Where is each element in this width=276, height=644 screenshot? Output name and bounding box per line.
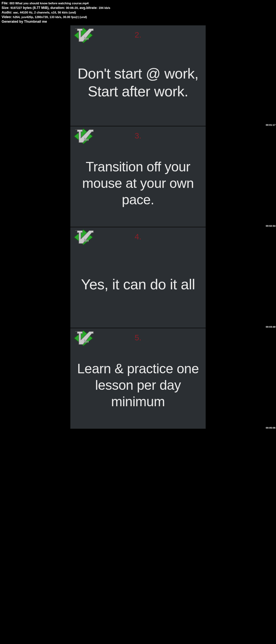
slide-tip-text: Learn & practice one lesson per day mini… — [70, 342, 206, 428]
vim-logo-icon: im — [73, 27, 95, 44]
media-info-block: File: 003 What you should know before wa… — [0, 0, 276, 25]
bitrate-value: 194 kb/s — [99, 6, 110, 9]
frame-timestamp: 00:05:06 — [266, 426, 275, 429]
thumbnail-frame: im 5.Learn & practice one lesson per day… — [70, 328, 206, 429]
thumbnail-row: im 5.Learn & practice one lesson per day… — [0, 328, 276, 429]
slide-tip-text: Yes, it can do it all — [76, 241, 200, 327]
audio-value: aac, 44100 Hz, 2 channels, s16, 56 kb/s … — [13, 11, 76, 14]
info-line-audio: Audio: aac, 44100 Hz, 2 channels, s16, 5… — [2, 10, 274, 15]
video-label: Video: — [2, 15, 13, 19]
thumbnail-row: im 2.Don't start @ work, Start after wor… — [0, 25, 276, 126]
duration-value: 00:06:20, — [66, 6, 80, 9]
svg-text:im: im — [84, 137, 89, 142]
frame-timestamp: 00:03:49 — [266, 326, 275, 328]
slide-number: 3. — [134, 131, 141, 140]
size-bytes: 9197227 — [11, 6, 22, 9]
file-label: File: — [2, 1, 9, 5]
generated-by: Generated by Thumbnail me — [2, 20, 47, 23]
vim-logo-icon: im — [73, 128, 95, 145]
svg-text:im: im — [84, 238, 89, 243]
info-line-generated: Generated by Thumbnail me — [2, 19, 274, 24]
video-value: h264, yuv420p, 1280x720, 133 kb/s, 30.00… — [13, 15, 87, 19]
thumbnail-row: im 4.Yes, it can do it all00:03:49 — [0, 227, 276, 328]
info-line-file: File: 003 What you should know before wa… — [2, 1, 274, 6]
slide-number: 2. — [134, 30, 141, 39]
slide-number: 4. — [134, 232, 141, 241]
slide-tip-text: Transition off your mouse at your own pa… — [70, 140, 206, 226]
size-label: Size: — [2, 6, 11, 10]
info-line-size: Size: 9197227 bytes (8.77 MiB), duration… — [2, 6, 274, 10]
file-value: 003 What you should know before watching… — [9, 2, 88, 5]
thumbnail-row: im 3.Transition off your mouse at your o… — [0, 126, 276, 227]
slide-number: 5. — [134, 333, 141, 342]
duration-label: duration: — [50, 6, 66, 10]
thumbnail-grid: im 2.Don't start @ work, Start after wor… — [0, 25, 276, 430]
info-line-video: Video: h264, yuv420p, 1280x720, 133 kb/s… — [2, 15, 274, 19]
svg-text:im: im — [84, 36, 89, 41]
audio-label: Audio: — [2, 11, 13, 14]
bitrate-label: avg.bitrate: — [80, 6, 99, 10]
vim-logo-icon: im — [73, 330, 95, 347]
thumbnail-frame: im 2.Don't start @ work, Start after wor… — [70, 25, 206, 126]
thumbnail-frame: im 4.Yes, it can do it all — [70, 227, 206, 328]
frame-timestamp: 00:02:34 — [266, 225, 275, 227]
svg-text:im: im — [84, 339, 89, 344]
frame-timestamp: 00:01:17 — [266, 124, 275, 126]
vim-logo-icon: im — [73, 229, 95, 246]
slide-tip-text: Don't start @ work, Start after work. — [70, 39, 206, 126]
thumbnail-frame: im 3.Transition off your mouse at your o… — [70, 126, 206, 227]
size-mib: bytes (8.77 MiB), — [22, 6, 50, 10]
